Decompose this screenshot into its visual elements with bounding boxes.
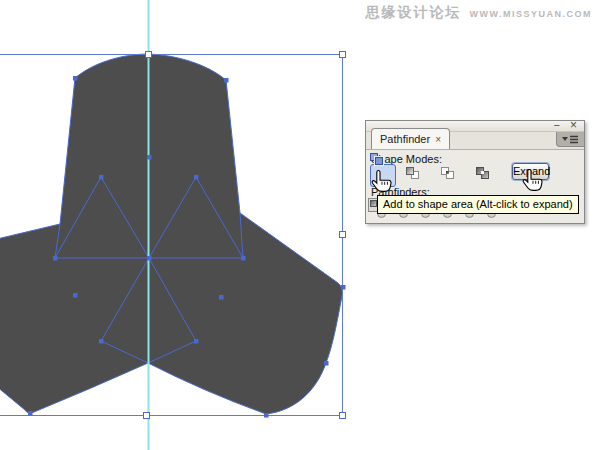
exclude-shape-button[interactable]	[476, 167, 491, 181]
watermark-site-url: www.missyuan.com	[470, 9, 593, 19]
subtract-shape-button[interactable]	[406, 167, 421, 181]
tab-label: Pathfinder	[380, 133, 430, 145]
tab-close-icon[interactable]: ×	[435, 134, 441, 145]
panel-close-button[interactable]: ×	[570, 120, 577, 131]
expand-button[interactable]: Expand	[512, 163, 549, 180]
tab-pathfinder[interactable]: Pathfinder×	[371, 128, 450, 149]
watermark-site-name: 思缘设计论坛	[366, 4, 462, 22]
flyout-menu-icon	[562, 135, 579, 144]
tooltip: Add to shape area (Alt-click to expand)	[377, 195, 579, 214]
add-shape-icon[interactable]	[370, 153, 385, 167]
intersect-shape-button[interactable]	[441, 167, 456, 181]
watermark: 思缘设计论坛 www.missyuan.com	[366, 4, 593, 22]
illustrator-artboard[interactable]	[0, 0, 600, 450]
panel-flyout-menu-button[interactable]	[556, 132, 584, 147]
panel-minimize-button[interactable]: −	[554, 120, 560, 131]
combined-shape[interactable]	[0, 54, 343, 414]
panel-tab-row: Pathfinder×	[366, 132, 584, 150]
add-shape-button[interactable]	[370, 164, 396, 187]
